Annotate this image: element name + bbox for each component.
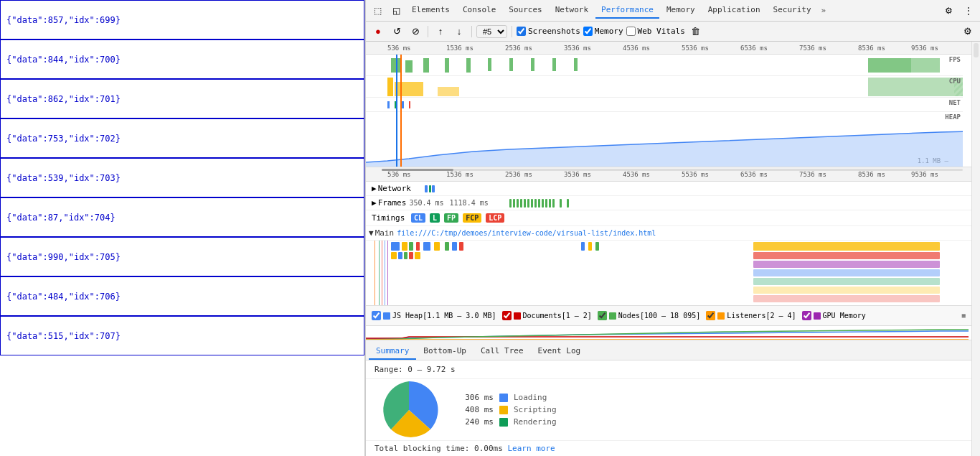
tab-summary[interactable]: Summary bbox=[369, 343, 416, 360]
reload-button[interactable]: ↺ bbox=[389, 24, 405, 39]
scroll-track[interactable] bbox=[382, 169, 963, 171]
svg-rect-13 bbox=[395, 82, 423, 96]
performance-main: 536 ms 1536 ms 2536 ms 3536 ms 4536 ms 5… bbox=[366, 42, 980, 456]
net-chart bbox=[366, 98, 963, 111]
mem-nodes-checkbox[interactable] bbox=[598, 311, 607, 320]
settings-icon[interactable]: ⚙ bbox=[940, 2, 957, 19]
tab-call-tree[interactable]: Call Tree bbox=[473, 343, 531, 360]
pie-chart bbox=[377, 379, 441, 440]
code-list: {"data":857,"idx":699}{"data":844,"idx":… bbox=[0, 0, 364, 355]
ruler-mark-6: 5536 ms bbox=[682, 45, 709, 52]
ruler2-mark-10: 9536 ms bbox=[911, 171, 938, 178]
network-expand-icon[interactable]: ▶ bbox=[372, 184, 377, 193]
mem-listeners-checkbox[interactable] bbox=[706, 311, 715, 320]
svg-rect-31 bbox=[531, 199, 533, 208]
mem-menu-icon[interactable]: ≡ bbox=[961, 312, 966, 320]
right-scrollbar[interactable] bbox=[971, 42, 980, 456]
scripting-name: Scripting bbox=[514, 405, 557, 414]
devtools-cursor-btn[interactable]: ⬚ bbox=[369, 2, 386, 19]
code-item-5: {"data":87,"idx":704} bbox=[0, 197, 364, 237]
memory-lines-svg bbox=[366, 326, 971, 340]
ruler2-mark-4: 3536 ms bbox=[564, 171, 591, 178]
summary-legend: 306 ms Loading 408 ms Scripting 240 ms bbox=[452, 379, 971, 440]
fps-label: FPS bbox=[949, 56, 961, 63]
timing-badge-lcp[interactable]: LCP bbox=[486, 213, 504, 223]
download-button[interactable]: ↓ bbox=[451, 24, 467, 39]
more-options-icon[interactable]: ⋮ bbox=[960, 2, 977, 19]
devtools-inspect-btn[interactable]: ◱ bbox=[387, 2, 405, 19]
memory-checkbox[interactable] bbox=[583, 27, 593, 36]
main-expand-icon[interactable]: ▼ bbox=[369, 228, 374, 238]
perf-content: 536 ms 1536 ms 2536 ms 3536 ms 4536 ms 5… bbox=[366, 42, 971, 456]
memory-legend-bar: JS Heap[1.1 MB – 3.0 MB] Documents[1 – 2… bbox=[366, 306, 971, 326]
mem-legend-documents[interactable]: Documents[1 – 2] bbox=[502, 311, 592, 320]
main-track-header[interactable]: ▼ Main file:///C:/tmp/demoes/interview-c… bbox=[366, 226, 971, 241]
capture-settings-icon[interactable]: ⚙ bbox=[960, 24, 976, 39]
mem-legend-nodes[interactable]: Nodes[100 – 18 095] bbox=[598, 311, 700, 320]
network-detail-row[interactable]: ▶ Network bbox=[366, 182, 971, 196]
timing-badge-fp[interactable]: FP bbox=[444, 213, 458, 223]
scrollbar-thumb[interactable] bbox=[974, 43, 979, 57]
mem-documents-checkbox[interactable] bbox=[502, 311, 512, 320]
svg-rect-22 bbox=[425, 185, 428, 192]
svg-rect-26 bbox=[513, 199, 515, 208]
trash-button[interactable]: 🗑 bbox=[688, 24, 704, 39]
webvitals-label: Web Vitals bbox=[638, 27, 685, 36]
tab-performance[interactable]: Performance bbox=[595, 2, 659, 19]
tab-memory[interactable]: Memory bbox=[661, 2, 701, 19]
screenshots-checkbox[interactable] bbox=[517, 27, 526, 36]
mem-legend-gpu[interactable]: GPU Memory bbox=[802, 311, 866, 320]
record-button[interactable]: ● bbox=[370, 24, 386, 39]
code-item-8: {"data":515,"idx":707} bbox=[0, 316, 364, 355]
timing-badge-fcp[interactable]: FCP bbox=[463, 213, 481, 223]
tab-bottom-up[interactable]: Bottom-Up bbox=[416, 343, 473, 360]
ruler-mark-7: 6536 ms bbox=[740, 45, 768, 52]
pie-chart-area bbox=[366, 379, 452, 440]
mem-legend-listeners[interactable]: Listeners[2 – 4] bbox=[706, 311, 796, 320]
ruler-mark-8: 7536 ms bbox=[799, 45, 826, 52]
svg-rect-11 bbox=[868, 58, 940, 73]
recording-selector[interactable]: #5 bbox=[476, 25, 507, 38]
tab-elements[interactable]: Elements bbox=[406, 2, 456, 19]
memory-checkbox-label[interactable]: Memory bbox=[583, 27, 623, 36]
timing-badge-cl[interactable]: CL bbox=[411, 213, 425, 223]
scroll-thumb[interactable] bbox=[382, 169, 453, 171]
tab-more-btn[interactable]: » bbox=[819, 3, 829, 18]
stop-button[interactable]: ⊘ bbox=[407, 24, 423, 39]
upload-button[interactable]: ↑ bbox=[433, 24, 448, 39]
ruler2-mark-8: 7536 ms bbox=[799, 171, 826, 178]
frames-time2: 1118.4 ms bbox=[450, 199, 489, 207]
summary-panel: Range: 0 – 9.72 s bbox=[366, 360, 971, 456]
frames-detail-row[interactable]: ▶ Frames 350.4 ms 1118.4 ms bbox=[366, 196, 971, 210]
svg-rect-57 bbox=[753, 242, 940, 251]
tab-console[interactable]: Console bbox=[457, 2, 501, 19]
mem-js-heap-checkbox[interactable] bbox=[372, 311, 381, 320]
legend-loading: 306 ms Loading bbox=[458, 393, 966, 402]
ruler-mark-10: 9536 ms bbox=[911, 45, 938, 52]
svg-rect-63 bbox=[753, 295, 940, 302]
frames-expand-icon[interactable]: ▶ bbox=[372, 198, 377, 208]
timings-detail-row: Timings CL L FP FCP LCP bbox=[366, 210, 971, 226]
svg-rect-46 bbox=[445, 242, 449, 251]
svg-rect-27 bbox=[517, 199, 519, 208]
webvitals-checkbox[interactable] bbox=[626, 27, 636, 36]
tab-security[interactable]: Security bbox=[768, 2, 817, 19]
learn-more-link[interactable]: Learn more bbox=[507, 444, 555, 453]
svg-rect-24 bbox=[432, 185, 435, 192]
tab-sources[interactable]: Sources bbox=[503, 2, 547, 19]
rendering-name: Rendering bbox=[514, 417, 557, 427]
timeline-overview[interactable]: 536 ms 1536 ms 2536 ms 3536 ms 4536 ms 5… bbox=[366, 42, 971, 167]
fps-chart bbox=[366, 55, 963, 75]
screenshots-checkbox-label[interactable]: Screenshots bbox=[517, 27, 580, 36]
webvitals-checkbox-label[interactable]: Web Vitals bbox=[626, 27, 685, 36]
timing-badge-l[interactable]: L bbox=[430, 213, 440, 223]
tab-event-log[interactable]: Event Log bbox=[531, 343, 588, 360]
tab-application[interactable]: Application bbox=[702, 2, 766, 19]
mem-legend-js-heap[interactable]: JS Heap[1.1 MB – 3.0 MB] bbox=[372, 311, 496, 320]
svg-rect-40 bbox=[391, 242, 400, 251]
mem-gpu-checkbox[interactable] bbox=[802, 311, 811, 320]
svg-rect-7 bbox=[531, 58, 534, 71]
svg-rect-52 bbox=[409, 252, 413, 259]
ruler-mark-3: 2536 ms bbox=[505, 45, 532, 52]
tab-network[interactable]: Network bbox=[550, 2, 594, 19]
